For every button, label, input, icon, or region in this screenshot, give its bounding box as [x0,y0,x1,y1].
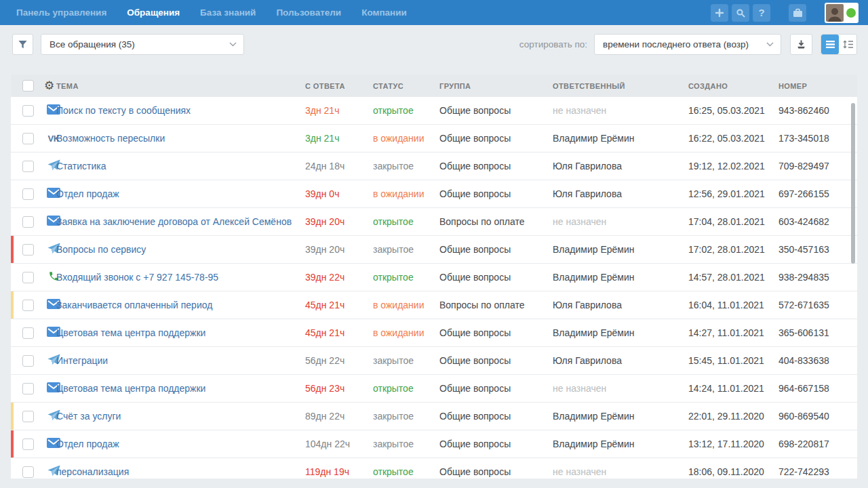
ticket-row-1[interactable]: Поиск по тексту в сообщениях 3дн 21ч отк… [11,97,857,125]
sort-select[interactable]: времени последнего ответа (возр) [594,34,781,55]
header-assignee: ОТВЕТСТВЕННЫЙ [553,82,625,90]
status-cell: закрытое [373,347,437,374]
priority-marker [11,403,14,430]
main-menu: Панель управленияОбращенияБаза знанийПол… [16,7,407,18]
since-answer-cell: 3дн 21ч [305,125,368,152]
nav-item-2[interactable]: База знаний [200,7,256,18]
export-button[interactable] [790,34,812,55]
ticket-filter-select[interactable]: Все обращения (35) [41,34,244,55]
columns-settings-gear-icon[interactable]: ⚙ [44,80,54,92]
ticket-subject-link[interactable]: Статистика [56,161,106,171]
online-status-dot [846,8,856,18]
row-checkbox[interactable] [22,105,34,117]
ticket-subject-link[interactable]: Интеграции [56,355,108,366]
priority-marker [11,291,14,319]
ticket-row-14[interactable]: персонализация 119дн 19ч открытое Общие … [11,458,857,479]
created-cell: 14:57, 28.01.2021 [688,264,775,291]
ticket-row-5[interactable]: Заявка на заключение договора от Алексей… [11,208,857,236]
status-cell: закрытое [373,403,437,430]
ticket-subject-link[interactable]: Заявка на заключение договора от Алексей… [56,216,292,227]
row-checkbox[interactable] [22,327,34,339]
row-checkbox[interactable] [22,466,34,478]
priority-marker [11,236,14,263]
ticket-row-13[interactable]: Отдел продаж 104дн 22ч закрытое Общие во… [11,430,857,458]
ticket-row-3[interactable]: Статистика 24дн 18ч закрытое Общие вопро… [11,152,857,180]
nav-actions: ? [711,3,859,23]
plus-icon [715,8,724,18]
ticket-row-9[interactable]: Цветовая тема центра поддержки 45дн 21ч … [11,319,857,347]
ticket-number-cell: 697-266155 [778,180,848,207]
ticket-subject-link[interactable]: Счёт за услуги [56,411,121,422]
status-cell: открытое [373,264,437,291]
nav-item-0[interactable]: Панель управления [16,7,106,18]
help-button[interactable]: ? [753,4,770,22]
nav-item-1[interactable]: Обращения [127,7,180,18]
since-answer-cell: 39дн 0ч [305,180,368,207]
list-view-icon [826,41,835,48]
ticket-row-4[interactable]: Отдел продаж 39дн 0ч в ожидании Общие во… [11,180,857,208]
ticket-subject-link[interactable]: Цветовая тема центра поддержки [56,383,205,394]
ticket-row-2[interactable]: VK Возможность пересылки 3дн 21ч в ожида… [11,125,857,152]
group-cell: Общие вопросы [439,403,549,430]
assignee-cell: не назначен [553,97,685,124]
group-cell: Общие вопросы [439,319,549,346]
select-all-checkbox[interactable] [22,80,34,92]
since-answer-cell: 39дн 20ч [305,236,368,263]
row-checkbox[interactable] [22,133,34,144]
row-checkbox[interactable] [22,411,34,422]
row-checkbox[interactable] [22,244,34,256]
status-cell: открытое [373,97,437,124]
briefcase-icon [793,8,803,18]
ticket-row-6[interactable]: Вопросы по сервису 39дн 20ч закрытое Общ… [11,236,857,264]
row-checkbox[interactable] [22,355,34,367]
row-checkbox[interactable] [22,161,34,172]
row-checkbox[interactable] [22,383,34,394]
status-cell: закрытое [373,152,437,180]
ticket-subject-link[interactable]: Цветовая тема центра поддержки [56,327,205,338]
since-answer-cell: 89дн 22ч [305,403,368,430]
ticket-subject-link[interactable]: Отдел продаж [56,439,119,449]
ticket-number-cell: 938-294835 [778,264,848,291]
ticket-subject-link[interactable]: Отдел продаж [56,188,119,199]
ticket-row-8[interactable]: Заканчивается оплаченный период 45дн 21ч… [11,291,857,319]
list-view-button[interactable] [821,35,839,54]
nav-item-4[interactable]: Компании [361,7,407,18]
ticket-subject-link[interactable]: Возможность пересылки [56,133,165,144]
assignee-cell: Владимир Ерёмин [553,264,685,291]
ticket-subject-link[interactable]: Заканчивается оплаченный период [56,300,212,310]
since-answer-cell: 45дн 21ч [305,319,368,346]
row-checkbox[interactable] [22,300,34,311]
group-cell: Общие вопросы [439,152,549,180]
filter-button[interactable] [12,34,33,55]
created-cell: 17:04, 28.01.2021 [688,208,775,235]
row-checkbox[interactable] [22,272,34,283]
ticket-row-7[interactable]: Входящий звонок с +7 927 145-78-95 39дн … [11,264,857,291]
density-view-button[interactable] [839,35,856,54]
user-menu[interactable] [825,3,859,23]
ticket-row-11[interactable]: Цветовая тема центра поддержки 56дн 23ч … [11,375,857,403]
ticket-row-12[interactable]: Счёт за услуги 89дн 22ч закрытое Общие в… [11,403,857,430]
assignee-cell: Юля Гаврилова [553,152,685,180]
group-cell: Общие вопросы [439,97,549,124]
workspace-button[interactable] [789,4,806,22]
ticket-subject-link[interactable]: Поиск по тексту в сообщениях [56,105,191,116]
row-checkbox[interactable] [22,188,34,200]
download-icon [796,39,806,49]
ticket-number-cell: 173-345018 [778,125,848,152]
ticket-row-10[interactable]: Интеграции 56дн 22ч закрытое Общие вопро… [11,347,857,375]
add-button[interactable] [711,4,728,22]
vertical-scrollbar[interactable] [851,103,855,264]
search-button[interactable] [732,4,749,22]
row-checkbox[interactable] [22,216,34,228]
ticket-subject-link[interactable]: персонализация [56,466,129,477]
created-cell: 17:02, 28.01.2021 [688,236,775,263]
status-cell: закрытое [373,236,437,263]
ticket-subject-link[interactable]: Входящий звонок с +7 927 145-78-95 [56,272,218,283]
ticket-number-cell: 943-862460 [778,97,848,124]
created-cell: 12:56, 29.01.2021 [688,180,775,207]
funnel-icon [18,39,28,49]
nav-item-3[interactable]: Пользователи [276,7,341,18]
ticket-subject-link[interactable]: Вопросы по сервису [56,244,146,255]
ticket-number-cell: 350-457163 [778,236,848,263]
row-checkbox[interactable] [22,439,34,450]
